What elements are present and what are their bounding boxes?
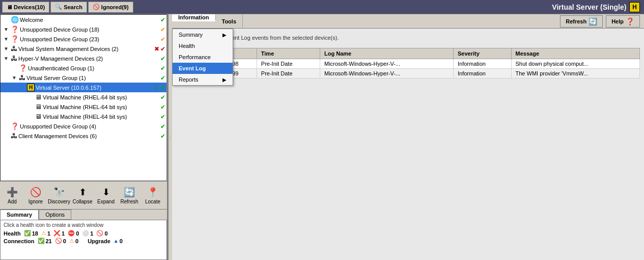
table-row[interactable]: 14098Pre-Init DateMicrosoft-Windows-Hype…: [177, 59, 640, 69]
refresh-toolbar-icon: 🔄: [124, 187, 135, 198]
conn-orange-icon: ⚠: [69, 238, 74, 244]
expand-icon[interactable]: ▼: [4, 46, 10, 51]
help-button[interactable]: Help ❓: [606, 15, 640, 28]
title-icon: H: [629, 2, 640, 12]
window-title: Virtual Server (Single): [552, 3, 626, 11]
tree-item-icon: 🌐: [11, 16, 19, 23]
discovery-button[interactable]: 🔭 Discovery: [49, 185, 69, 206]
expand-icon[interactable]: ▼: [4, 56, 10, 61]
information-menu-container: Information Summary ▶ Health Performance: [172, 14, 216, 28]
expand-icon: ⬇: [102, 187, 110, 198]
tree-item-icon: ❓: [19, 64, 27, 72]
health-orange-count: 1: [47, 230, 50, 237]
conn-orange: ⚠ 0: [69, 238, 78, 244]
health-disabled-count: 0: [104, 230, 107, 237]
menu-bar: Information Summary ▶ Health Performance: [172, 14, 243, 28]
status-check-icon: ✔: [154, 84, 159, 91]
reports-menu-item[interactable]: Reports ▶: [173, 74, 233, 85]
expand-icon[interactable]: ▼: [4, 27, 10, 32]
conn-green-count: 21: [46, 238, 52, 244]
tree-item-label: Virtual Machine (RHEL-64 bit sys): [43, 114, 159, 120]
status-check2-icon: ✔: [160, 84, 165, 91]
status-check-icon: ✔: [160, 74, 165, 82]
tree-item[interactable]: ▼❓Unsupported Device Group (23)✔: [1, 34, 166, 44]
options-tab[interactable]: Options: [39, 210, 71, 220]
locate-button[interactable]: 📍 Locate: [143, 185, 163, 206]
tree-item[interactable]: ▼🖧Virtual Server Group (1)✔: [1, 73, 166, 83]
health-menu-item[interactable]: Health: [173, 40, 233, 51]
reports-arrow: ▶: [222, 77, 227, 83]
health-disabled: 🚫 0: [96, 230, 107, 237]
right-panel: Information Summary ▶ Health Performance: [172, 14, 644, 260]
tree-item[interactable]: 🖥Virtual Machine (RHEL-64 bit sys)✔: [1, 92, 166, 102]
information-menu-label: Information: [178, 14, 209, 20]
information-menu[interactable]: Information: [172, 14, 216, 21]
expand-icon[interactable]: ▼: [4, 36, 10, 42]
col-severity: Severity: [453, 48, 511, 59]
ignored-tab[interactable]: 🚫 Ignored(9): [88, 2, 133, 13]
event-log-menu-item[interactable]: Event Log: [173, 63, 233, 74]
status-check-icon: ✔: [160, 94, 165, 101]
col-logname: Log Name: [320, 48, 453, 59]
tree-item[interactable]: ❓Unauthenticated Group (1)✔: [1, 63, 166, 73]
ignore-button[interactable]: 🚫 Ignore: [25, 185, 46, 206]
tree-item-icon: 🖧: [11, 132, 17, 140]
event-description: Displays Windows Event Log events from t…: [176, 33, 640, 43]
refresh-toolbar-button[interactable]: 🔄 Refresh: [119, 185, 139, 206]
refresh-button[interactable]: Refresh 🔄: [560, 15, 603, 28]
tree-item-icon: 🖧: [11, 45, 17, 53]
expand-button[interactable]: ⬇ Expand: [96, 185, 116, 206]
tools-menu[interactable]: Tools: [216, 14, 243, 28]
health-green-count: 18: [32, 230, 38, 237]
status-check-icon: ✔: [160, 36, 165, 43]
tree-item-label: Hyper-V Management Devices (2): [18, 56, 159, 62]
summary-menu-item[interactable]: Summary ▶: [173, 29, 233, 40]
tree-item[interactable]: 🖥Virtual Machine (RHEL-64 bit sys)✔: [1, 112, 166, 121]
summary-arrow: ▶: [222, 32, 227, 38]
performance-menu-item[interactable]: Performance: [173, 51, 233, 63]
tree-item-label: Virtual System Management Devices (2): [18, 46, 153, 52]
tree-item[interactable]: HVirtual Server (10.0.6.157)✔✔: [1, 83, 166, 92]
right-actions: Refresh 🔄 Help ❓: [560, 14, 644, 28]
summary-tab[interactable]: Summary: [0, 210, 39, 220]
tree-item[interactable]: ▼❓Unsupported Device Group (18)✔: [1, 24, 166, 34]
collapse-button[interactable]: ⬆ Collapse: [72, 185, 93, 206]
tree-item[interactable]: ▼🖧Virtual System Management Devices (2)✖…: [1, 44, 166, 54]
tree-item-icon: 🖥: [35, 93, 42, 101]
health-green: ✅ 18: [24, 230, 38, 237]
tree-item-label: Client Management Devices (6): [18, 133, 159, 139]
device-tree[interactable]: 🌐Welcome✔▼❓Unsupported Device Group (18)…: [0, 14, 167, 181]
table-cell-message: The WMI provider 'VmmsW...: [511, 69, 639, 79]
tree-item[interactable]: 🖥Virtual Machine (RHEL-64 bit sys)✔: [1, 102, 166, 112]
tree-item-label: Unauthenticated Group (1): [28, 65, 159, 71]
col-time: Time: [257, 48, 320, 59]
expand-icon[interactable]: ▼: [12, 75, 18, 81]
collapse-icon: ⬆: [79, 187, 87, 198]
add-button[interactable]: ➕ Add: [2, 185, 22, 206]
main-layout: 🌐Welcome✔▼❓Unsupported Device Group (18)…: [0, 14, 644, 260]
tree-item[interactable]: ❓Unsupported Device Group (4)✔: [1, 121, 166, 131]
connection-label: Connection: [4, 238, 35, 244]
table-header-row: Device ID Time Log Name Severity Message: [177, 48, 640, 59]
refresh-icon: 🔄: [589, 17, 597, 25]
search-tab[interactable]: 🔍 Search: [50, 2, 87, 13]
health-orange: ⚠ 1: [41, 230, 50, 237]
conn-disabled: 🚫 0: [55, 238, 66, 244]
tree-item[interactable]: 🌐Welcome✔: [1, 15, 166, 24]
tree-item[interactable]: ▼🖧Hyper-V Management Devices (2)✔: [1, 54, 166, 63]
tree-item-icon: 🖥: [35, 113, 42, 120]
tree-item-icon: 🖧: [11, 55, 17, 62]
tree-item-label: Virtual Machine (RHEL-64 bit sys): [43, 94, 159, 100]
table-row[interactable]: 14099Pre-Init DateMicrosoft-Windows-Hype…: [177, 69, 640, 79]
panel-divider[interactable]: ···: [168, 14, 172, 260]
status-check-icon: ✔: [160, 55, 165, 62]
status-check-icon: ✔: [160, 45, 165, 53]
upgrade-icon: ▲: [114, 238, 119, 244]
health-orange-icon: ⚠: [41, 230, 46, 237]
status-check-icon: ✔: [160, 16, 165, 23]
tree-item[interactable]: 🖧Client Management Devices (6)✔: [1, 131, 166, 141]
left-panel: 🌐Welcome✔▼❓Unsupported Device Group (18)…: [0, 14, 168, 260]
upgrade-item: ▲ 0: [114, 238, 123, 244]
add-icon: ➕: [7, 187, 18, 198]
devices-tab[interactable]: 🖥 Devices(10): [2, 2, 49, 13]
